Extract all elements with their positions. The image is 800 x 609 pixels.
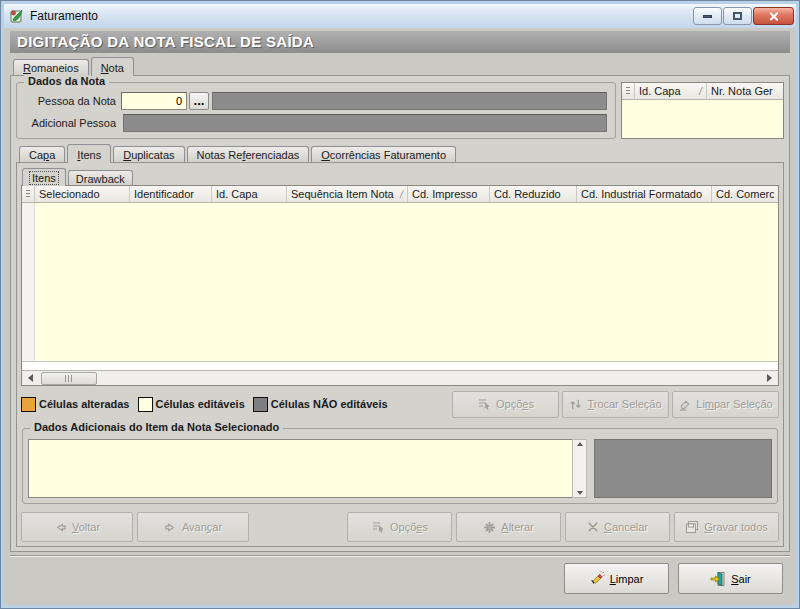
tab-capa[interactable]: Capa (19, 146, 65, 162)
col-cd-reduzido[interactable]: Cd. Reduzido (490, 186, 577, 202)
capa-summary-grid[interactable]: Id. Capa/ Nr. Nota Ger (621, 82, 784, 139)
capa-grid-header: Id. Capa/ Nr. Nota Ger (622, 83, 783, 100)
pessoa-nome-readonly-field (212, 92, 607, 110)
col-cd-impresso[interactable]: Cd. Impresso (408, 186, 490, 202)
group-title: Dados Adicionais do Item da Nota Selecio… (30, 421, 283, 433)
col-selecionado[interactable]: Selecionado (35, 186, 130, 202)
legend-celulas-editaveis: Células editáveis (138, 397, 245, 412)
legend-swatch-alteradas (21, 397, 36, 412)
tab-romaneios[interactable]: Romaneios (13, 59, 89, 75)
dados-adicionais-memo[interactable] (28, 439, 572, 498)
arrow-right-icon (164, 521, 177, 534)
app-icon (9, 8, 25, 24)
row-indicator-icon (626, 87, 630, 96)
tab-nota[interactable]: Nota (91, 57, 134, 76)
horizontal-scrollbar[interactable] (22, 370, 778, 385)
exit-door-icon (710, 571, 726, 587)
pessoa-lookup-button[interactable]: ... (189, 92, 209, 110)
alterar-button[interactable]: Alterar (456, 512, 561, 542)
limpar-selecao-button[interactable]: Limpar Seleção (672, 391, 779, 418)
capa-grid-body[interactable] (622, 100, 783, 138)
trocar-selecao-button[interactable]: Trocar Seleção (562, 391, 669, 418)
close-button[interactable] (753, 7, 794, 25)
button-row: Voltar Avançar (21, 512, 779, 542)
subtab-itens[interactable]: Itens (22, 168, 66, 186)
items-grid-header: Selecionado Identificador Id. Capa Sequê… (22, 186, 778, 203)
items-grid-body[interactable] (22, 203, 778, 361)
scrollbar-grip-icon (65, 375, 73, 382)
cancelar-button[interactable]: Cancelar (565, 512, 670, 542)
legend-label: Células NÃO editáveis (271, 398, 388, 410)
footer-bar: Limpar Sair (10, 555, 790, 601)
options-hand-icon (477, 397, 491, 411)
col-id-capa[interactable]: Id. Capa/ (635, 83, 707, 99)
dados-adicionais-group: Dados Adicionais do Item da Nota Selecio… (22, 428, 778, 504)
legend-celulas-nao-editaveis: Células NÃO editáveis (253, 397, 388, 412)
client-area: DIGITAÇÃO DA NOTA FISCAL DE SAÍDA Romane… (4, 28, 796, 605)
items-grid-empty-area[interactable] (35, 203, 778, 361)
opcoes-button[interactable]: Opções (347, 512, 452, 542)
save-stack-icon (685, 520, 699, 534)
tab-itens[interactable]: Itens (67, 144, 111, 163)
sort-asc-icon: / (396, 188, 403, 200)
scroll-down-icon[interactable] (577, 491, 583, 495)
adicional-pessoa-label: Adicional Pessoa (21, 117, 121, 129)
col-id-capa[interactable]: Id. Capa (212, 186, 287, 202)
scroll-left-button[interactable] (23, 372, 38, 385)
opcoes-selecao-button[interactable]: Opções (452, 391, 559, 418)
row-indicator-header (22, 186, 35, 202)
legend-swatch-editaveis (138, 397, 153, 412)
minimize-icon (703, 15, 712, 18)
dados-da-nota-group: Dados da Nota Pessoa da Nota ... Adicion… (16, 82, 616, 139)
top-section: Dados da Nota Pessoa da Nota ... Adicion… (16, 82, 784, 139)
legend-swatch-nao-editaveis (253, 397, 268, 412)
dados-adicionais-readonly-panel (594, 439, 772, 498)
close-icon (768, 11, 779, 22)
subtab-drawback[interactable]: Drawback (68, 170, 133, 185)
vertical-scrollbar[interactable] (572, 439, 587, 498)
maximize-button[interactable] (723, 7, 752, 25)
nota-page: Dados da Nota Pessoa da Nota ... Adicion… (10, 75, 790, 552)
legend-row: Células alteradas Células editáveis Célu… (21, 390, 779, 418)
arrow-left-icon (54, 521, 67, 534)
titlebar[interactable]: Faturamento (4, 4, 796, 28)
scroll-up-icon[interactable] (577, 442, 583, 446)
sair-button[interactable]: Sair (678, 563, 783, 594)
swap-arrows-icon (569, 398, 582, 411)
options-hand-icon (371, 520, 385, 534)
minimize-button[interactable] (693, 7, 722, 25)
main-tabbar: Romaneios Nota (10, 56, 790, 75)
pessoa-da-nota-input[interactable] (121, 92, 187, 110)
legend-label: Células editáveis (156, 398, 245, 410)
voltar-button[interactable]: Voltar (21, 512, 133, 542)
tab-ocorrencias-faturamento[interactable]: Ocorrências Faturamento (311, 146, 456, 162)
row-indicator-icon (26, 190, 30, 199)
col-cd-comercial-formatado[interactable]: Cd. Comercial For (712, 186, 778, 202)
group-title: Dados da Nota (24, 75, 109, 87)
itens-section-panel: Itens Drawback Selecionado Identificador… (16, 162, 784, 547)
sort-asc-icon: / (695, 85, 702, 97)
gravar-todos-button[interactable]: Gravar todos (674, 512, 779, 542)
cancel-x-icon (587, 521, 599, 533)
window-title: Faturamento (30, 9, 693, 23)
avancar-button[interactable]: Avançar (137, 512, 249, 542)
scrollbar-thumb[interactable] (41, 372, 97, 385)
adicional-pessoa-readonly-field (123, 114, 607, 132)
gear-flower-icon (483, 521, 496, 534)
scroll-right-icon (767, 374, 772, 382)
col-nr-nota-ger[interactable]: Nr. Nota Ger (707, 83, 783, 99)
pencil-eraser-icon (590, 571, 605, 586)
tab-notas-referenciadas[interactable]: Notas Referenciadas (187, 146, 310, 162)
col-identificador[interactable]: Identificador (130, 186, 212, 202)
scroll-right-button[interactable] (762, 372, 777, 385)
page-title: DIGITAÇÃO DA NOTA FISCAL DE SAÍDA (10, 31, 790, 53)
legend-celulas-alteradas: Células alteradas (21, 397, 130, 412)
item-subtabbar: Itens Drawback (21, 167, 779, 185)
col-sequencia-item-nota[interactable]: Sequência Item Nota/ (287, 186, 408, 202)
tab-duplicatas[interactable]: Duplicatas (113, 146, 184, 162)
limpar-button[interactable]: Limpar (564, 563, 669, 594)
eraser-icon (678, 398, 691, 411)
items-grid: Selecionado Identificador Id. Capa Sequê… (21, 185, 779, 386)
col-cd-industrial-formatado[interactable]: Cd. Industrial Formatado (577, 186, 712, 202)
items-grid-new-row-strip[interactable] (22, 361, 778, 370)
